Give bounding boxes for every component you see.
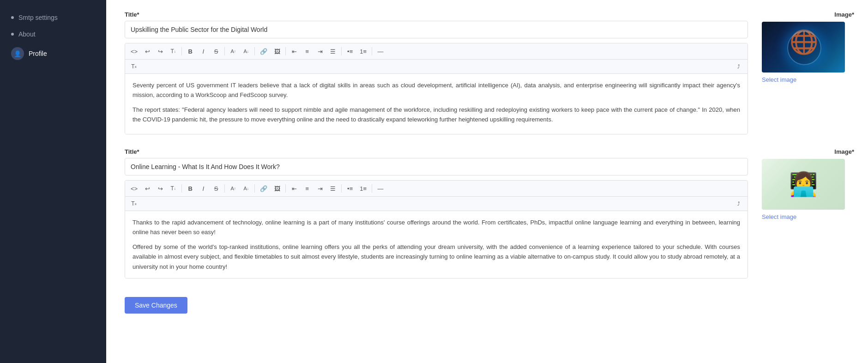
- sidebar-item-about[interactable]: About: [0, 26, 106, 42]
- code-btn-1[interactable]: <>: [128, 45, 140, 57]
- article-block-2: Title* <> ↩ ↪ T↓ B I S A↑ A↓ 🔗: [125, 148, 854, 278]
- select-image-btn-1[interactable]: Select image: [762, 76, 854, 83]
- strikethrough-btn-2[interactable]: S: [210, 182, 222, 194]
- sidebar: Smtp settings About 👤 Profile: [0, 0, 106, 363]
- divider-7: [181, 184, 182, 193]
- content-para-2-0: Thanks to the rapid advancement of techn…: [133, 218, 740, 237]
- bold-btn-2[interactable]: B: [184, 182, 196, 194]
- clear-format-btn-2[interactable]: Tx: [128, 198, 140, 210]
- paragraph-btn-1[interactable]: T↓: [167, 45, 179, 57]
- sidebar-item-profile[interactable]: 👤 Profile: [0, 42, 106, 65]
- article-image-1: [762, 22, 845, 73]
- dot-icon: [11, 16, 14, 19]
- divider-1: [181, 47, 182, 55]
- title-input-2[interactable]: [125, 158, 748, 175]
- editor-content-2[interactable]: Thanks to the rapid advancement of techn…: [125, 211, 747, 278]
- avatar: 👤: [11, 47, 24, 60]
- image-btn-2[interactable]: 🖼: [271, 182, 283, 194]
- toolbar-2: <> ↩ ↪ T↓ B I S A↑ A↓ 🔗 🖼 ⇤ ≡: [125, 181, 747, 197]
- hr-btn-2[interactable]: —: [374, 182, 386, 194]
- hr-btn-1[interactable]: —: [374, 45, 386, 57]
- divider-2: [224, 47, 225, 55]
- select-image-btn-2[interactable]: Select image: [762, 213, 854, 220]
- sidebar-item-label: About: [18, 30, 36, 38]
- divider-8: [224, 184, 225, 193]
- article-form-2: Title* <> ↩ ↪ T↓ B I S A↑ A↓ 🔗: [125, 148, 748, 278]
- align-left-btn-1[interactable]: ⇤: [288, 45, 300, 57]
- link-btn-1[interactable]: 🔗: [257, 45, 270, 57]
- content-para-1-1: The report states: "Federal agency leade…: [133, 105, 740, 125]
- italic-btn-1[interactable]: I: [197, 45, 209, 57]
- redo-btn-2[interactable]: ↪: [154, 182, 166, 194]
- title-label-2: Title*: [125, 148, 748, 155]
- code-btn-2[interactable]: <>: [128, 182, 140, 194]
- main-content: Title* <> ↩ ↪ T↓ B I S A↑ A↓ 🔗: [106, 0, 868, 363]
- save-button[interactable]: Save Changes: [125, 297, 187, 314]
- bullet-list-btn-2[interactable]: •≡: [344, 182, 356, 194]
- redo-btn-1[interactable]: ↪: [154, 45, 166, 57]
- editor-2: <> ↩ ↪ T↓ B I S A↑ A↓ 🔗 🖼 ⇤ ≡: [125, 180, 748, 278]
- content-para-1-0: Seventy percent of US government IT lead…: [133, 80, 740, 100]
- divider-9: [254, 184, 255, 193]
- italic-btn-2[interactable]: I: [197, 182, 209, 194]
- undo-btn-2[interactable]: ↩: [141, 182, 153, 194]
- clear-format-btn-1[interactable]: Tx: [128, 60, 140, 73]
- sidebar-item-label: Smtp settings: [18, 14, 58, 21]
- article-image-panel-2: Image* Select image: [762, 148, 854, 278]
- editor-1: <> ↩ ↪ T↓ B I S A↑ A↓ 🔗 🖼 ⇤ ≡: [125, 43, 748, 134]
- article-image-2: [762, 159, 845, 210]
- align-right-btn-2[interactable]: ⇥: [314, 182, 326, 194]
- toolbar-1: <> ↩ ↪ T↓ B I S A↑ A↓ 🔗 🖼 ⇤ ≡: [125, 43, 747, 60]
- subscript-btn-1[interactable]: A↓: [240, 45, 252, 57]
- content-para-2-1: Offered by some of the world's top-ranke…: [133, 242, 740, 272]
- image-label-1: Image*: [762, 11, 854, 18]
- bullet-list-btn-1[interactable]: •≡: [344, 45, 356, 57]
- align-center-btn-2[interactable]: ≡: [301, 182, 313, 194]
- align-left-btn-2[interactable]: ⇤: [288, 182, 300, 194]
- align-justify-btn-2[interactable]: ☰: [327, 182, 339, 194]
- article-image-panel-1: Image* Select image: [762, 11, 854, 134]
- dot-icon: [11, 33, 14, 36]
- divider-6: [372, 47, 372, 55]
- divider-11: [341, 184, 342, 193]
- paragraph-btn-2[interactable]: T↓: [167, 182, 179, 194]
- title-label-1: Title*: [125, 11, 748, 18]
- superscript-btn-1[interactable]: A↑: [227, 45, 239, 57]
- editor-content-1[interactable]: Seventy percent of US government IT lead…: [125, 74, 747, 134]
- image-btn-1[interactable]: 🖼: [271, 45, 283, 57]
- divider-12: [372, 184, 372, 193]
- divider-3: [254, 47, 255, 55]
- divider-4: [285, 47, 286, 55]
- strikethrough-btn-1[interactable]: S: [210, 45, 222, 57]
- link-btn-2[interactable]: 🔗: [257, 182, 270, 194]
- divider-5: [341, 47, 342, 55]
- divider-10: [285, 184, 286, 193]
- align-center-btn-1[interactable]: ≡: [301, 45, 313, 57]
- sidebar-item-smtp-settings[interactable]: Smtp settings: [0, 9, 106, 26]
- undo-btn-1[interactable]: ↩: [141, 45, 153, 57]
- subscript-btn-2[interactable]: A↓: [240, 182, 252, 194]
- article-block-1: Title* <> ↩ ↪ T↓ B I S A↑ A↓ 🔗: [125, 11, 854, 134]
- expand-btn-1[interactable]: ⤴: [733, 60, 745, 73]
- ordered-list-btn-1[interactable]: 1≡: [357, 45, 369, 57]
- toolbar-second-row-1: Tx ⤴: [125, 60, 747, 74]
- align-right-btn-1[interactable]: ⇥: [314, 45, 326, 57]
- bold-btn-1[interactable]: B: [184, 45, 196, 57]
- article-form-1: Title* <> ↩ ↪ T↓ B I S A↑ A↓ 🔗: [125, 11, 748, 134]
- ordered-list-btn-2[interactable]: 1≡: [357, 182, 369, 194]
- title-input-1[interactable]: [125, 21, 748, 38]
- toolbar-second-row-2: Tx ⤴: [125, 197, 747, 211]
- sidebar-item-label: Profile: [29, 50, 47, 57]
- image-label-2: Image*: [762, 148, 854, 155]
- superscript-btn-2[interactable]: A↑: [227, 182, 239, 194]
- expand-btn-2[interactable]: ⤴: [733, 198, 745, 210]
- align-justify-btn-1[interactable]: ☰: [327, 45, 339, 57]
